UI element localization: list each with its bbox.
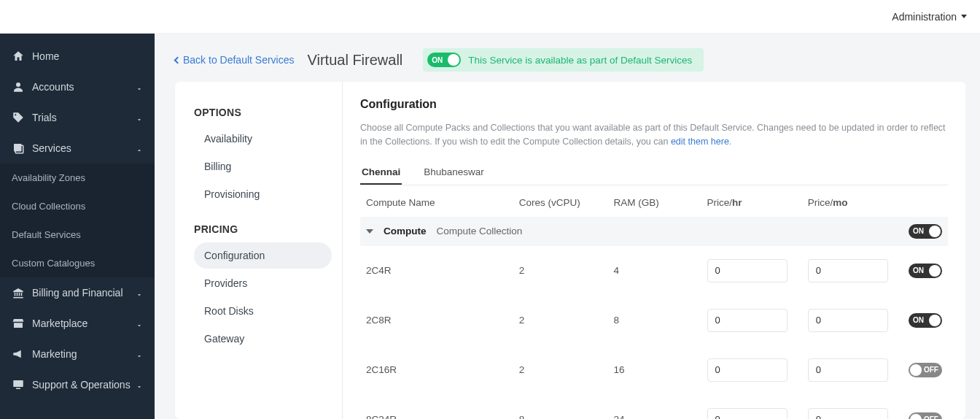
edit-them-here-link[interactable]: edit them here bbox=[671, 137, 729, 147]
row-toggle[interactable]: ON bbox=[909, 264, 942, 278]
col-cores: Cores (vCPU) bbox=[513, 188, 608, 217]
service-status-pill: ON This Service is available as part of … bbox=[423, 48, 704, 72]
tab-bhubaneswar[interactable]: Bhubaneswar bbox=[422, 161, 486, 185]
row-toggle[interactable]: OFF bbox=[909, 363, 942, 377]
col-ram: RAM (GB) bbox=[608, 188, 701, 217]
sidebar-item-billing[interactable]: Billing and Financial bbox=[0, 277, 155, 308]
svg-point-1 bbox=[15, 114, 16, 115]
cell-name: 2C4R bbox=[360, 246, 513, 296]
toggle-label: ON bbox=[913, 227, 924, 235]
sidebar-item-marketing[interactable]: Marketing bbox=[0, 339, 155, 369]
option-configuration[interactable]: Configuration bbox=[194, 242, 332, 269]
price-hr-input[interactable] bbox=[707, 408, 788, 420]
table-row: 8C24R824OFF bbox=[360, 395, 948, 420]
price-hr-input[interactable] bbox=[707, 358, 788, 382]
pricing-section-title: PRICING bbox=[194, 223, 332, 235]
svg-point-0 bbox=[16, 82, 20, 87]
service-status-msg: This Service is available as part of Def… bbox=[468, 55, 692, 66]
sidebar-item-marketplace[interactable]: Marketplace bbox=[0, 308, 155, 339]
sidebar-item-home[interactable]: Home bbox=[0, 41, 155, 72]
sidebar-item-label: Support & Operations bbox=[32, 379, 131, 391]
sidebar-item-trials[interactable]: Trials bbox=[0, 102, 155, 133]
store-icon bbox=[12, 317, 25, 330]
sidebar-subitem-label: Default Services bbox=[12, 229, 81, 240]
col-price-mo: Price/mo bbox=[802, 188, 903, 217]
admin-label: Administration bbox=[892, 11, 957, 23]
bank-icon bbox=[12, 286, 25, 299]
option-providers[interactable]: Providers bbox=[194, 270, 332, 296]
price-hr-input[interactable] bbox=[707, 259, 788, 282]
row-toggle[interactable]: ON bbox=[909, 313, 942, 328]
price-hr-input[interactable] bbox=[707, 309, 788, 332]
option-gateway[interactable]: Gateway bbox=[194, 326, 332, 352]
cell-cores: 8 bbox=[513, 395, 608, 420]
option-root-disks[interactable]: Root Disks bbox=[194, 298, 332, 324]
compute-group-row: ComputeCompute CollectionON bbox=[360, 217, 948, 246]
sidebar-item-services[interactable]: Services bbox=[0, 133, 155, 164]
price-mo-input[interactable] bbox=[808, 309, 888, 332]
cell-ram: 16 bbox=[608, 345, 701, 395]
sidebar-item-accounts[interactable]: Accounts bbox=[0, 72, 155, 102]
price-mo-input[interactable] bbox=[808, 408, 888, 420]
chevron-left-icon bbox=[174, 56, 182, 64]
topbar: Administration bbox=[0, 0, 980, 34]
chevron-down-icon bbox=[136, 350, 143, 358]
table-row: 2C16R216OFF bbox=[360, 345, 948, 395]
price-mo-input[interactable] bbox=[808, 259, 888, 282]
row-toggle[interactable]: OFF bbox=[909, 412, 942, 420]
price-mo-input[interactable] bbox=[808, 358, 888, 382]
chevron-down-icon bbox=[136, 289, 143, 296]
config-title: Configuration bbox=[360, 98, 948, 111]
layers-icon bbox=[12, 142, 25, 155]
page-title: Virtual Firewall bbox=[308, 52, 403, 69]
monitor-icon bbox=[12, 378, 25, 391]
sidebar-item-label: Marketplace bbox=[32, 318, 88, 329]
bullhorn-icon bbox=[12, 347, 25, 361]
sidebar: HomeAccountsTrialsServicesAvailability Z… bbox=[0, 34, 155, 419]
toggle-label: ON bbox=[913, 266, 924, 274]
cell-name: 2C16R bbox=[360, 345, 513, 395]
sidebar-item-label: Services bbox=[32, 142, 71, 154]
tab-chennai[interactable]: Chennai bbox=[360, 161, 402, 185]
sidebar-subitem-label: Availability Zones bbox=[12, 172, 85, 183]
cell-name: 8C24R bbox=[360, 395, 513, 420]
option-billing[interactable]: Billing bbox=[194, 153, 332, 180]
user-icon bbox=[12, 80, 25, 93]
cell-cores: 2 bbox=[513, 246, 608, 296]
col-price-hr: Price/hr bbox=[701, 188, 802, 217]
cell-ram: 4 bbox=[608, 246, 701, 296]
options-panel: OPTIONS AvailabilityBillingProvisioning … bbox=[175, 82, 343, 419]
sidebar-subitem-label: Cloud Collections bbox=[12, 201, 85, 212]
collapse-icon[interactable] bbox=[366, 229, 373, 234]
toggle-label: ON bbox=[913, 316, 924, 324]
sidebar-subitem-label: Custom Catalogues bbox=[12, 258, 95, 269]
group-toggle[interactable]: ON bbox=[909, 224, 942, 239]
sidebar-subitem-ds[interactable]: Default Services bbox=[0, 220, 155, 249]
tag-icon bbox=[12, 111, 25, 124]
option-availability[interactable]: Availability bbox=[194, 126, 332, 152]
cell-ram: 8 bbox=[608, 296, 701, 345]
svg-rect-4 bbox=[13, 380, 23, 387]
back-link-label: Back to Default Services bbox=[183, 54, 295, 66]
region-tabs: ChennaiBhubaneswar bbox=[360, 161, 948, 185]
sidebar-subitem-az[interactable]: Availability Zones bbox=[0, 164, 155, 192]
page-header: Back to Default Services Virtual Firewal… bbox=[155, 34, 980, 82]
service-toggle[interactable]: ON bbox=[427, 53, 461, 67]
sidebar-item-label: Billing and Financial bbox=[32, 287, 123, 299]
chevron-down-icon bbox=[136, 83, 143, 91]
cell-name: 2C8R bbox=[360, 296, 513, 345]
table-row: 2C4R24ON bbox=[360, 246, 948, 296]
home-icon bbox=[12, 50, 25, 63]
chevron-down-icon bbox=[136, 381, 143, 388]
sidebar-subitem-cc[interactable]: Cloud Collections bbox=[0, 192, 155, 220]
sidebar-item-support[interactable]: Support & Operations bbox=[0, 369, 155, 400]
toggle-label: OFF bbox=[924, 415, 938, 419]
back-link[interactable]: Back to Default Services bbox=[175, 54, 295, 66]
chevron-up-icon bbox=[136, 145, 143, 152]
sidebar-item-label: Accounts bbox=[32, 81, 74, 93]
sidebar-subitem-cat[interactable]: Custom Catalogues bbox=[0, 249, 155, 277]
chevron-down-icon bbox=[136, 114, 143, 121]
admin-dropdown[interactable]: Administration bbox=[892, 11, 967, 23]
option-provisioning[interactable]: Provisioning bbox=[194, 181, 332, 207]
chevron-down-icon bbox=[961, 15, 967, 18]
